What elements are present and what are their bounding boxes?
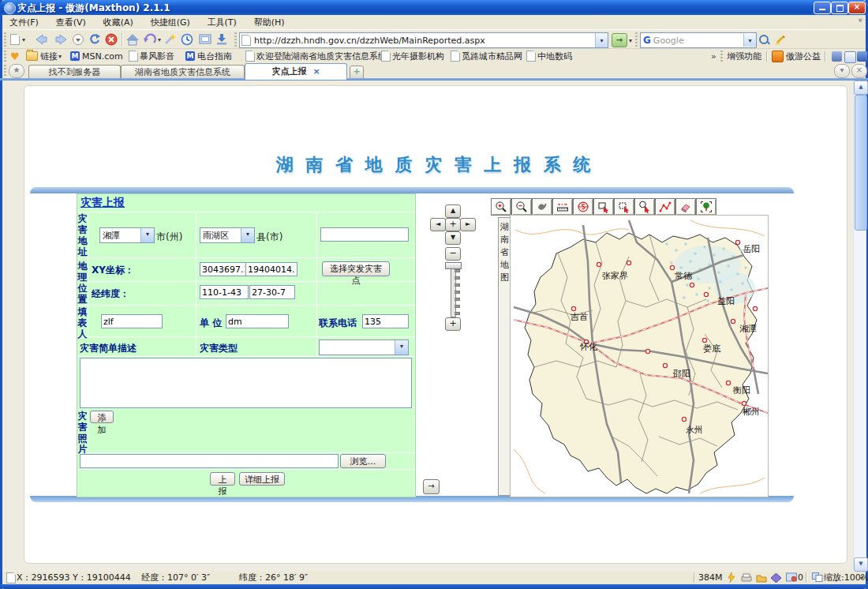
refresh-button[interactable]	[88, 32, 102, 47]
map-full-extent-button[interactable]	[696, 198, 716, 216]
disaster-type-select[interactable]: ▾	[319, 340, 409, 355]
history-button[interactable]	[181, 32, 193, 47]
address-detail-input[interactable]	[320, 227, 409, 242]
new-page-dropdown-icon[interactable]: ▾	[22, 36, 25, 43]
map-zoom-out-button[interactable]	[511, 198, 532, 216]
zoom-dropdown-icon[interactable]: ▾	[860, 575, 863, 582]
add-photo-button[interactable]: 添加	[90, 411, 114, 423]
city-select[interactable]: 湘潭 ▾	[99, 227, 155, 243]
file-path-input[interactable]	[80, 454, 339, 468]
forward-button[interactable]	[53, 32, 69, 47]
highlight-button[interactable]	[774, 32, 787, 47]
address-input[interactable]	[253, 36, 595, 46]
new-page-button[interactable]: ▾	[9, 32, 25, 47]
restore-button[interactable]	[831, 2, 848, 14]
tab-disaster-report-active[interactable]: 灾点上报×	[245, 63, 347, 80]
history-dropdown-button[interactable]	[72, 32, 84, 47]
menu-overflow-chevron-icon[interactable]: »	[855, 17, 864, 22]
bookmark-baofeng[interactable]: 暴风影音	[127, 50, 174, 62]
x-coordinate-input[interactable]	[200, 262, 247, 276]
pick-disaster-point-button[interactable]: 选择突发灾害点	[322, 261, 390, 276]
submit-button[interactable]: 上报	[210, 472, 235, 486]
tab-server-not-found[interactable]: 找不到服务器	[28, 65, 121, 79]
enhance-features-button[interactable]: 增强功能	[727, 50, 761, 62]
unit-input[interactable]	[226, 314, 289, 328]
map-unselect-rect-button[interactable]	[614, 198, 634, 216]
address-bar[interactable]: ▾	[239, 32, 608, 48]
map-measure-button[interactable]	[552, 198, 573, 216]
tab-favorites-button[interactable]: ★	[9, 64, 24, 78]
zoom-in-step-button[interactable]: +	[445, 317, 461, 331]
description-textarea[interactable]	[80, 358, 412, 408]
close-button[interactable]: ×	[848, 2, 866, 14]
zoom-out-step-button[interactable]: −	[445, 247, 461, 261]
go-dropdown-icon[interactable]: ▾	[629, 37, 632, 44]
bookmark-guangnian[interactable]: 光年摄影机构	[380, 50, 444, 62]
popup-blocker-icon[interactable]	[786, 572, 798, 583]
pan-right-button[interactable]: ►	[460, 218, 476, 231]
tab-close-icon[interactable]: ×	[312, 66, 320, 77]
menu-groups[interactable]: 快捷组(G)	[144, 15, 197, 30]
bookmark-hunan-geo[interactable]: 欢迎登陆湖南省地质灾害信息系统	[244, 50, 387, 62]
plugin-icon-2[interactable]	[844, 51, 856, 63]
favorites-heart-button[interactable]: ♥	[10, 50, 20, 62]
city-select-arrow-icon[interactable]: ▾	[140, 228, 154, 242]
bookmark-milu[interactable]: 觅路城市精品网	[449, 50, 522, 62]
home-button[interactable]	[125, 32, 140, 47]
map-scale-button[interactable]	[573, 198, 593, 216]
minimize-button[interactable]	[814, 2, 831, 14]
magic-fill-button[interactable]	[163, 32, 176, 47]
tab-hunan-geo-info[interactable]: 湖南省地质灾害信息系统	[121, 65, 245, 79]
new-tab-button[interactable]: +	[350, 66, 364, 79]
split-view-icon[interactable]	[812, 572, 823, 582]
tab-list-button[interactable]: ▾	[834, 64, 850, 78]
map-erase-button[interactable]	[675, 198, 696, 216]
map-zoom-in-button[interactable]	[491, 198, 511, 216]
menu-favorites[interactable]: 收藏(A)	[96, 15, 140, 30]
bookmark-msn[interactable]: MMSN.com	[70, 50, 123, 62]
phone-input[interactable]	[362, 314, 409, 328]
stop-button[interactable]	[105, 32, 118, 47]
proxy-icon[interactable]	[741, 573, 752, 583]
map-zoom-box-button[interactable]	[634, 198, 655, 216]
scroll-up-button[interactable]: ▲	[854, 81, 868, 95]
bookmark-zhongdi[interactable]: 中地数码	[525, 50, 572, 62]
scroll-down-button[interactable]: ▼	[854, 557, 868, 572]
bookmarks-overflow-chevron[interactable]: »	[711, 50, 716, 62]
search-dropdown-icon[interactable]: ▾	[743, 34, 756, 47]
plugin-icon-1[interactable]	[832, 51, 842, 62]
pan-up-button[interactable]: ▲	[445, 204, 461, 218]
vertical-scrollbar[interactable]: ▲ ▼	[853, 81, 866, 572]
maxthon-charity-button[interactable]: 傲游公益	[772, 50, 821, 62]
reporter-name-input[interactable]	[101, 314, 163, 328]
map-select-rect-button[interactable]	[593, 198, 614, 216]
address-dropdown-icon[interactable]: ▾	[595, 33, 608, 47]
type-select-arrow-icon[interactable]: ▾	[395, 340, 408, 355]
scrollbar-thumb[interactable]	[855, 95, 867, 231]
detail-submit-button[interactable]: 详细上报	[239, 472, 285, 486]
y-coordinate-input[interactable]	[245, 262, 297, 276]
map-draw-line-button[interactable]	[655, 198, 675, 216]
search-box[interactable]: G Google ▾	[640, 32, 757, 48]
menu-tools[interactable]: 工具(T)	[200, 15, 244, 30]
back-button[interactable]	[34, 32, 50, 47]
pan-down-button[interactable]: ▼	[445, 231, 461, 245]
bookmark-radio[interactable]: M电台指南	[185, 50, 232, 62]
map-view[interactable]: 张家界 常德 益阳 岳阳 吉首 湘潭 怀化 娄底 邵阳 衡阳 永州 郴州	[510, 215, 769, 497]
search-placeholder[interactable]: Google	[653, 36, 743, 46]
zoom-slider-handle[interactable]	[445, 262, 462, 269]
boost-bolt-icon[interactable]	[727, 572, 737, 583]
browse-button[interactable]: 浏览...	[340, 454, 386, 468]
pan-left-button[interactable]: ◄	[430, 218, 446, 231]
download-folder-icon[interactable]	[756, 573, 767, 583]
plugin-icon-3[interactable]	[857, 51, 867, 62]
menu-help[interactable]: 帮助(H)	[247, 15, 292, 30]
bookmark-links-folder[interactable]: 链接▾	[26, 50, 62, 62]
menu-file[interactable]: 文件(F)	[2, 15, 46, 30]
county-select-arrow-icon[interactable]: ▾	[241, 228, 254, 242]
map-pan-button[interactable]	[532, 198, 552, 216]
snap-button[interactable]	[198, 32, 212, 47]
latitude-input[interactable]	[249, 285, 295, 299]
download-button[interactable]	[215, 32, 228, 47]
undo-dropdown-icon[interactable]: ▾	[158, 36, 161, 43]
